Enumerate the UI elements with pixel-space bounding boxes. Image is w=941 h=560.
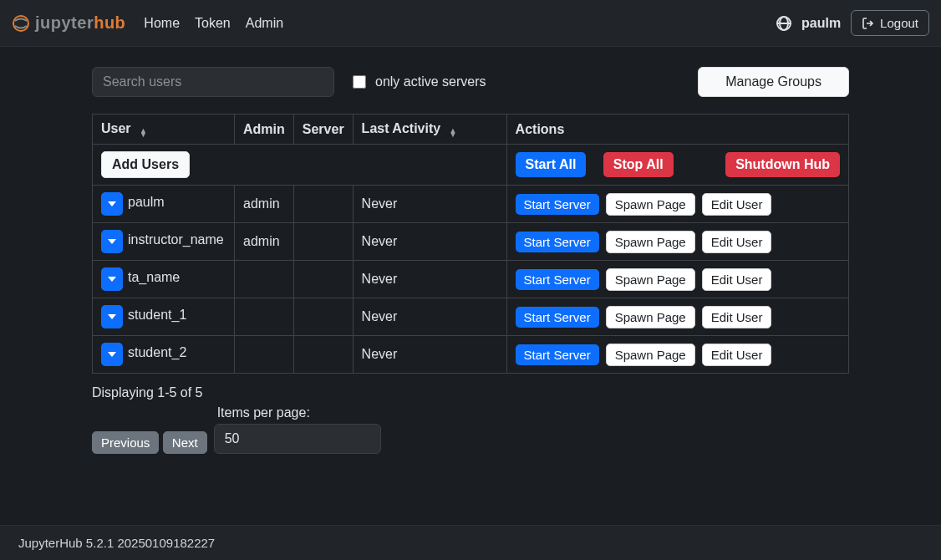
- cell-admin: [235, 336, 294, 374]
- cell-user: ta_name: [93, 261, 235, 298]
- spawn-page-button[interactable]: Spawn Page: [606, 193, 695, 216]
- stop-all-button[interactable]: Stop All: [603, 152, 674, 177]
- start-server-button[interactable]: Start Server: [516, 307, 599, 328]
- chevron-down-icon: [108, 352, 116, 357]
- only-active-checkbox[interactable]: only active servers: [349, 73, 486, 91]
- jupyter-icon: [12, 14, 30, 33]
- manage-groups-button[interactable]: Manage Groups: [698, 67, 849, 97]
- header-last-activity[interactable]: Last Activity ▲▼: [353, 115, 506, 145]
- logout-button[interactable]: Logout: [851, 10, 929, 36]
- start-server-button[interactable]: Start Server: [516, 269, 599, 290]
- only-active-input[interactable]: [353, 75, 366, 89]
- chevron-down-icon: [108, 201, 116, 206]
- current-user: paulm: [801, 16, 841, 31]
- items-per-page-input[interactable]: [214, 424, 381, 454]
- footer-bar: JupyterHub 5.2.1 20250109182227: [0, 525, 941, 560]
- cell-activity: Never: [353, 336, 506, 374]
- header-user-label: User: [101, 121, 131, 135]
- cell-server: [293, 298, 353, 336]
- brand-jup: jupyter: [35, 13, 94, 32]
- expand-row-button[interactable]: [101, 343, 123, 366]
- nav-token[interactable]: Token: [193, 13, 232, 34]
- add-users-button[interactable]: Add Users: [101, 151, 190, 178]
- sort-icon: ▲▼: [450, 129, 457, 137]
- previous-button[interactable]: Previous: [92, 431, 159, 454]
- table-row: student_1NeverStart ServerSpawn PageEdit…: [93, 298, 849, 336]
- cell-admin: admin: [235, 186, 294, 223]
- table-header-row: User ▲▼ Admin Server Last Activity ▲▼ Ac…: [93, 115, 849, 145]
- chevron-down-icon: [108, 239, 116, 244]
- cell-user: student_1: [93, 298, 235, 336]
- toolbar-row: Add Users Start All Stop All Shutdown Hu…: [93, 145, 849, 186]
- cell-activity: Never: [353, 186, 506, 223]
- only-active-label: only active servers: [375, 74, 486, 89]
- table-row: student_2NeverStart ServerSpawn PageEdit…: [93, 336, 849, 374]
- search-input[interactable]: [92, 67, 334, 97]
- top-row: only active servers Manage Groups: [92, 67, 849, 97]
- cell-actions: Start ServerSpawn PageEdit User: [506, 336, 848, 374]
- table-row: instructor_nameadminNeverStart ServerSpa…: [93, 223, 849, 261]
- header-admin: Admin: [235, 115, 294, 145]
- cell-user: student_2: [93, 336, 235, 374]
- user-name: ta_name: [128, 270, 180, 284]
- edit-user-button[interactable]: Edit User: [702, 306, 772, 328]
- cell-activity: Never: [353, 223, 506, 261]
- sort-icon: ▲▼: [140, 129, 147, 137]
- header-server: Server: [293, 115, 353, 145]
- header-user[interactable]: User ▲▼: [93, 115, 235, 145]
- shutdown-hub-button[interactable]: Shutdown Hub: [725, 152, 840, 177]
- cell-admin: admin: [235, 223, 294, 261]
- expand-row-button[interactable]: [101, 192, 123, 216]
- cell-server: [293, 223, 353, 261]
- cell-server: [293, 186, 353, 223]
- chevron-down-icon: [108, 314, 116, 319]
- edit-user-button[interactable]: Edit User: [702, 231, 772, 253]
- theme-icon[interactable]: [776, 16, 791, 31]
- user-name: student_2: [128, 345, 186, 359]
- expand-row-button[interactable]: [101, 305, 123, 328]
- user-box: paulm Logout: [776, 10, 929, 36]
- edit-user-button[interactable]: Edit User: [702, 193, 772, 216]
- cell-user: paulm: [93, 186, 235, 223]
- logout-label: Logout: [880, 16, 918, 30]
- users-table: User ▲▼ Admin Server Last Activity ▲▼ Ac…: [92, 114, 849, 374]
- cell-admin: [235, 298, 294, 336]
- brand-text: jupyterhub: [35, 13, 125, 33]
- table-row: paulmadminNeverStart ServerSpawn PageEdi…: [93, 186, 849, 223]
- spawn-page-button[interactable]: Spawn Page: [606, 231, 695, 253]
- table-row: ta_nameNeverStart ServerSpawn PageEdit U…: [93, 261, 849, 298]
- edit-user-button[interactable]: Edit User: [702, 268, 772, 291]
- cell-server: [293, 261, 353, 298]
- logout-icon: [862, 17, 875, 30]
- pager: Previous Next Items per page:: [92, 405, 849, 454]
- cell-actions: Start ServerSpawn PageEdit User: [506, 298, 848, 336]
- cell-activity: Never: [353, 298, 506, 336]
- user-name: instructor_name: [128, 232, 224, 247]
- nav-admin[interactable]: Admin: [244, 13, 285, 34]
- start-server-button[interactable]: Start Server: [516, 344, 599, 365]
- brand-hub: hub: [94, 13, 125, 32]
- cell-activity: Never: [353, 261, 506, 298]
- version-text: JupyterHub 5.2.1 20250109182227: [18, 536, 215, 550]
- cell-server: [293, 336, 353, 374]
- cell-actions: Start ServerSpawn PageEdit User: [506, 186, 848, 223]
- nav-home[interactable]: Home: [142, 13, 181, 34]
- spawn-page-button[interactable]: Spawn Page: [606, 306, 695, 328]
- brand[interactable]: jupyterhub: [12, 13, 125, 33]
- expand-row-button[interactable]: [101, 267, 123, 291]
- navbar: jupyterhub Home Token Admin paulm Logout: [0, 0, 941, 47]
- expand-row-button[interactable]: [101, 230, 123, 253]
- start-server-button[interactable]: Start Server: [516, 194, 599, 215]
- main-container: only active servers Manage Groups User ▲…: [0, 47, 941, 454]
- cell-actions: Start ServerSpawn PageEdit User: [506, 223, 848, 261]
- items-per-page-label: Items per page:: [217, 405, 381, 420]
- header-actions: Actions: [506, 115, 848, 145]
- start-all-button[interactable]: Start All: [516, 152, 587, 177]
- start-server-button[interactable]: Start Server: [516, 232, 599, 252]
- next-button[interactable]: Next: [163, 431, 207, 454]
- spawn-page-button[interactable]: Spawn Page: [606, 344, 695, 366]
- toolbar-left: Add Users: [93, 145, 507, 186]
- user-name: student_1: [128, 308, 186, 322]
- spawn-page-button[interactable]: Spawn Page: [606, 268, 695, 291]
- edit-user-button[interactable]: Edit User: [702, 344, 772, 366]
